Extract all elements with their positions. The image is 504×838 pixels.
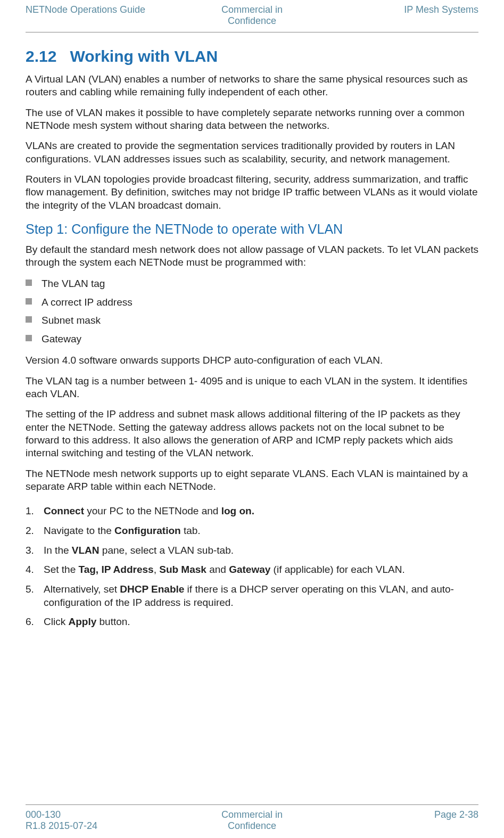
list-item: Connect your PC to the NETNode and log o… [26, 505, 478, 518]
step1-after3: The setting of the IP address and subnet… [26, 408, 478, 459]
text: In the [44, 545, 72, 556]
header-center: Commercial in Confidence [177, 4, 327, 27]
page-footer: 000-130 R1.8 2015-07-24 Commercial in Co… [0, 805, 504, 838]
step1-after4: The NETNode mesh network supports up to … [26, 467, 478, 494]
text: (if applicable) for each VLAN. [270, 564, 404, 575]
footer-center-line1: Commercial in [221, 809, 283, 820]
footer-wrap: 000-130 R1.8 2015-07-24 Commercial in Co… [0, 804, 504, 838]
footer-left-line2: R1.8 2015-07-24 [26, 820, 97, 831]
bold-text: log on. [221, 505, 254, 516]
header-left: NETNode Operations Guide [26, 4, 175, 27]
bold-text: Sub Mask [159, 564, 206, 575]
list-item: The VLAN tag [26, 276, 478, 292]
footer-center: Commercial in Confidence [177, 809, 327, 832]
content: 2.12 Working with VLAN A Virtual LAN (VL… [0, 32, 504, 629]
list-item: Navigate to the Configuration tab. [26, 524, 478, 538]
bold-text: Configuration [114, 525, 181, 536]
list-item: Alternatively, set DHCP Enable if there … [26, 583, 478, 609]
header-right: IP Mesh Systems [329, 4, 478, 27]
bullet-list: The VLAN tag A correct IP address Subnet… [26, 276, 478, 347]
list-item: In the VLAN pane, select a VLAN sub-tab. [26, 544, 478, 557]
footer-center-line2: Confidence [228, 820, 276, 831]
section-number: 2.12 [26, 47, 56, 65]
bold-text: Gateway [229, 564, 270, 575]
footer-right: Page 2-38 [329, 809, 478, 832]
list-item: Click Apply button. [26, 615, 478, 629]
footer-left: 000-130 R1.8 2015-07-24 [26, 809, 175, 832]
text: button. [96, 616, 130, 627]
step1-intro: By default the standard mesh network doe… [26, 243, 478, 269]
list-item: Subnet mask [26, 313, 478, 328]
text: Set the [44, 564, 79, 575]
section-title-text: Working with VLAN [70, 47, 218, 65]
text: , [154, 564, 160, 575]
page-header: NETNode Operations Guide Commercial in C… [0, 0, 504, 27]
list-item: A correct IP address [26, 295, 478, 310]
bold-text: Apply [68, 616, 96, 627]
bold-text: Tag, IP Address [79, 564, 154, 575]
text: Alternatively, set [44, 584, 120, 595]
paragraph-1: A Virtual LAN (VLAN) enables a number of… [26, 73, 478, 99]
text: your PC to the NETNode and [84, 505, 221, 516]
header-center-line1: Commercial in [221, 4, 283, 15]
bold-text: DHCP Enable [120, 584, 184, 595]
text: Click [44, 616, 68, 627]
text: and [206, 564, 229, 575]
step1-after1: Version 4.0 software onwards supports DH… [26, 354, 478, 367]
list-item: Gateway [26, 332, 478, 347]
bold-text: Connect [44, 505, 84, 516]
step1-title: Step 1: Configure the NETNode to operate… [26, 221, 478, 237]
paragraph-3: VLANs are created to provide the segment… [26, 139, 478, 166]
header-center-line2: Confidence [228, 15, 276, 26]
text: Navigate to the [44, 525, 114, 536]
footer-left-line1: 000-130 [26, 809, 61, 820]
list-item: Set the Tag, IP Address, Sub Mask and Ga… [26, 563, 478, 577]
text: tab. [181, 525, 201, 536]
paragraph-4: Routers in VLAN topologies provide broad… [26, 173, 478, 212]
step1-after2: The VLAN tag is a number between 1- 4095… [26, 375, 478, 401]
bold-text: VLAN [72, 545, 100, 556]
numbered-list: Connect your PC to the NETNode and log o… [26, 505, 478, 629]
text: pane, select a VLAN sub-tab. [100, 545, 234, 556]
section-title: 2.12 Working with VLAN [26, 47, 478, 65]
paragraph-2: The use of VLAN makes it possible to hav… [26, 106, 478, 133]
